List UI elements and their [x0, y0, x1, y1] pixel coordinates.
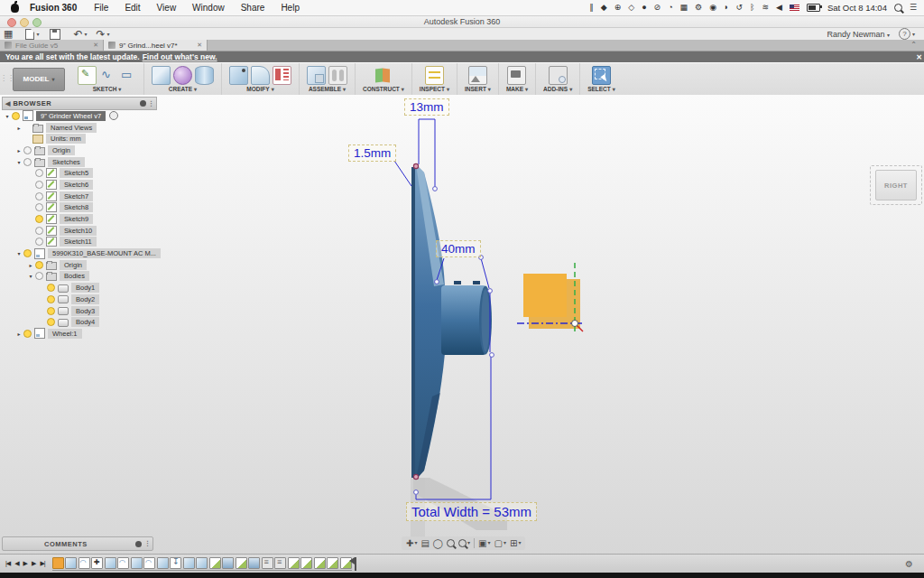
viewcube[interactable]: RIGHT — [870, 165, 922, 205]
sketch-feature[interactable] — [209, 557, 221, 569]
close-tab-icon[interactable]: ✕ — [197, 42, 202, 49]
sketch-feature[interactable] — [288, 557, 300, 569]
ribbon-group-label[interactable]: MODIFY▾ — [246, 86, 273, 92]
tree-item[interactable]: Body2 — [2, 294, 157, 305]
visibility-bulb-icon[interactable] — [35, 227, 43, 235]
rectangle-icon[interactable] — [119, 67, 136, 84]
form-icon[interactable] — [173, 66, 192, 85]
app-grid-icon[interactable]: ▦ — [4, 29, 13, 39]
notes-icon[interactable]: ◆ — [601, 0, 607, 15]
sketch-feature[interactable] — [157, 557, 169, 569]
do-not-disturb-icon[interactable]: ⊘ — [654, 0, 661, 15]
menu-item-help[interactable]: Help — [273, 3, 308, 13]
tree-item[interactable]: ▾ Bodies — [2, 271, 157, 283]
combine-feature[interactable] — [262, 557, 273, 569]
visibility-bulb-icon[interactable] — [35, 215, 43, 223]
comments-options-icon[interactable] — [135, 541, 142, 547]
browser-header[interactable]: ◀ BROWSER ⋮ — [2, 97, 157, 110]
dimension-label-1-5mm[interactable]: 1.5mm — [348, 144, 396, 162]
close-notification-icon[interactable]: ✕ — [916, 53, 924, 61]
ribbon-group-label[interactable]: SKETCH▾ — [93, 86, 122, 92]
visibility-bulb-icon[interactable] — [47, 284, 55, 292]
tree-item[interactable]: ▸ Wheel:1 — [2, 328, 157, 340]
notification-center-icon[interactable]: ☰ — [910, 0, 917, 15]
tree-item[interactable]: ▾ Sketches — [2, 156, 157, 168]
bell-icon[interactable]: ◔ — [668, 0, 672, 15]
play-icon[interactable]: ▶ — [23, 560, 27, 567]
ribbon-group-label[interactable]: INSPECT▾ — [420, 86, 449, 92]
visibility-bulb-icon[interactable] — [23, 249, 32, 257]
camera-icon[interactable]: ◉ — [709, 0, 716, 15]
tree-item[interactable]: Sketch10 — [2, 225, 157, 237]
menu-item-share[interactable]: Share — [233, 3, 273, 13]
disabled-app-icon[interactable]: ● — [642, 0, 646, 15]
new-component-icon[interactable] — [307, 66, 326, 85]
visibility-bulb-icon[interactable] — [35, 272, 43, 280]
battery-icon[interactable] — [807, 4, 820, 12]
dimension-label-13mm[interactable]: 13mm — [404, 98, 449, 116]
combine-feature[interactable] — [274, 557, 286, 569]
photos-icon[interactable]: ▦ — [680, 0, 688, 15]
tree-item[interactable]: Sketch7 — [2, 191, 157, 202]
gears-icon[interactable]: ⚙ — [695, 0, 702, 15]
ribbon-group-label[interactable]: CREATE▾ — [169, 86, 197, 92]
tree-item[interactable]: Sketch8 — [2, 202, 157, 214]
collapse-browser-icon[interactable]: ◀ — [3, 100, 13, 107]
tree-item[interactable]: ▾ 9" Grinder Wheel v7 — [2, 110, 157, 122]
browser-grip-icon[interactable]: ⋮ — [148, 100, 154, 107]
expander-icon[interactable]: ▸ — [15, 331, 23, 337]
wifi-icon[interactable]: ≋ — [762, 0, 769, 15]
comments-bar[interactable]: COMMENTS ⋮ — [2, 536, 153, 551]
tab-file-guide[interactable]: File Guide v5 ✕ — [0, 40, 104, 51]
tree-item[interactable]: Body3 — [2, 305, 157, 317]
orbit-icon[interactable]: ◯ — [433, 537, 443, 549]
step-back-icon[interactable]: ◀ — [14, 560, 18, 567]
save-button[interactable] — [50, 29, 60, 40]
construction-plane-icon[interactable] — [374, 67, 392, 84]
sketch-feature[interactable] — [183, 557, 195, 569]
now-playing-icon[interactable]: ∥ — [589, 0, 594, 15]
visibility-bulb-icon[interactable] — [47, 318, 55, 326]
tree-item[interactable]: Sketch9 — [2, 213, 157, 225]
expander-icon[interactable]: ▸ — [27, 262, 34, 268]
activate-component-radio[interactable] — [109, 111, 118, 120]
minimize-window-button[interactable] — [20, 18, 29, 27]
us-flag-icon[interactable] — [790, 5, 799, 11]
undo-button[interactable]: ↶▾ — [73, 30, 87, 39]
timeline-marker[interactable] — [355, 557, 356, 571]
dropbox-icon[interactable]: ◇ — [628, 0, 634, 15]
app-menu[interactable]: Fusion 360 — [30, 3, 86, 13]
visibility-bulb-icon[interactable] — [35, 192, 43, 200]
chat-icon[interactable]: ◗ — [724, 0, 728, 15]
visibility-bulb-icon[interactable] — [23, 158, 32, 166]
tree-item[interactable]: ▸ Named Views — [2, 122, 157, 134]
viewports-icon[interactable]: ⊞▾ — [510, 537, 521, 549]
pan-icon[interactable]: ✚▾ — [406, 537, 417, 549]
ribbon-group-label[interactable]: INSERT▾ — [465, 86, 491, 92]
toolbar-grip[interactable]: ⋮⋮ — [0, 63, 7, 95]
create-sketch-icon[interactable] — [78, 66, 97, 85]
dimension-label-total-width[interactable]: Total Width = 53mm — [406, 502, 537, 521]
comments-grip-icon[interactable]: ⋮ — [144, 540, 151, 547]
close-tab-icon[interactable]: ✕ — [93, 42, 98, 49]
grid-layout-icon[interactable]: ▢▾ — [494, 537, 506, 549]
tree-item[interactable]: ▸ Origin — [2, 144, 157, 156]
sketch-feature[interactable] — [131, 557, 143, 569]
tree-item[interactable]: Sketch5 — [2, 167, 157, 179]
circle-one-icon[interactable]: ⊕ — [614, 0, 622, 15]
sketch-feature[interactable] — [65, 557, 77, 569]
extrude-icon[interactable] — [152, 66, 171, 85]
move-feature[interactable] — [91, 557, 103, 569]
tree-item[interactable]: Body4 — [2, 316, 157, 328]
select-icon[interactable] — [592, 66, 611, 85]
tree-item[interactable]: Body1 — [2, 282, 157, 294]
zoom-window-icon[interactable]: ▾ — [458, 537, 470, 549]
expander-icon[interactable]: ▾ — [15, 159, 23, 165]
ribbon-group-label[interactable]: MAKE▾ — [506, 86, 528, 92]
visibility-bulb-icon[interactable] — [47, 307, 55, 315]
menu-item-edit[interactable]: Edit — [116, 3, 148, 13]
press-pull-icon[interactable] — [229, 66, 248, 85]
visibility-bulb-icon[interactable] — [12, 112, 20, 120]
fit-icon[interactable]: ▤ — [420, 537, 429, 549]
tree-item[interactable]: ▾ 5990K310_BASE-MOUNT AC M... — [2, 247, 157, 259]
